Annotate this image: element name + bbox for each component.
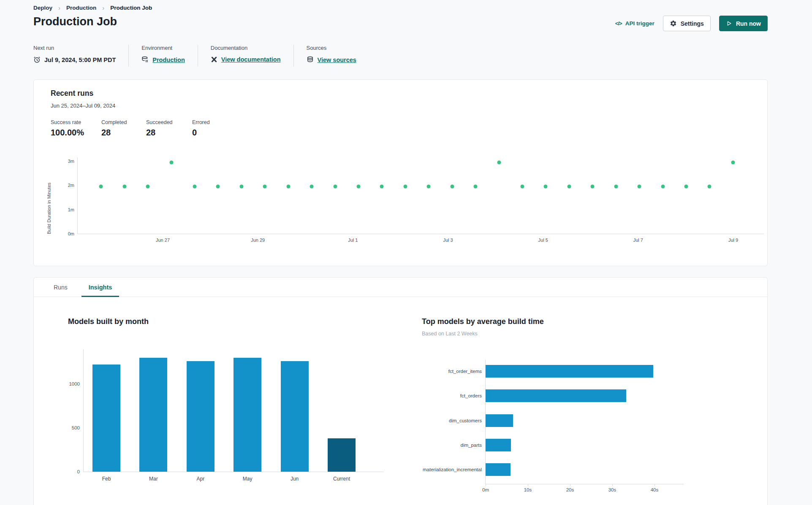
recent-runs-card: Recent runs Jun 25, 2024–Jul 09, 2024 Su… — [33, 79, 768, 266]
run-dot[interactable] — [310, 185, 314, 189]
tab-insights[interactable]: Insights — [78, 278, 123, 297]
run-dot[interactable] — [99, 185, 103, 189]
run-dot[interactable] — [591, 185, 595, 189]
view-documentation-link[interactable]: View documentation — [221, 56, 281, 63]
run-dot[interactable] — [239, 185, 243, 189]
model-bar[interactable] — [486, 463, 511, 476]
month-bar[interactable] — [92, 365, 120, 472]
stat-errored: Errored 0 — [192, 119, 210, 138]
duration-tick-label: 0m — [482, 487, 489, 492]
job-detail-card: Runs Insights Models built by month FebM… — [33, 277, 768, 505]
run-dot[interactable] — [638, 185, 641, 189]
stat-value: 28 — [101, 128, 146, 138]
run-dot[interactable] — [474, 185, 478, 189]
run-dot[interactable] — [333, 185, 337, 189]
run-dot[interactable] — [286, 185, 290, 189]
stat-label: Success rate — [51, 119, 101, 125]
breadcrumb: Deploy › Production › Production Job — [33, 4, 152, 11]
next-run-value: Jul 9, 2024, 5:00 PM PDT — [44, 57, 116, 63]
build-duration-plot: 0m1m2m3mJun 27Jun 29Jul 1Jul 3Jul 5Jul 7… — [77, 157, 764, 234]
view-sources-link[interactable]: View sources — [318, 57, 356, 63]
month-bar-label: Current — [333, 476, 350, 482]
run-dot[interactable] — [450, 185, 454, 189]
run-dot[interactable] — [169, 161, 173, 165]
month-y-tick-label: 500 — [72, 425, 84, 430]
chevron-right-icon: › — [102, 4, 104, 11]
model-bar[interactable] — [486, 439, 511, 451]
run-dot[interactable] — [567, 185, 571, 189]
duration-tick-mark — [486, 484, 486, 486]
month-bar[interactable] — [139, 358, 167, 472]
model-bar-label: fct_orders — [460, 393, 486, 398]
scatter-x-tick-label: Jul 7 — [633, 238, 643, 243]
run-now-button[interactable]: Run now — [719, 16, 768, 31]
month-bar-label: Jun — [291, 476, 299, 482]
run-dot[interactable] — [146, 185, 150, 189]
run-dot[interactable] — [684, 185, 688, 189]
model-bar[interactable] — [486, 389, 626, 402]
run-dot[interactable] — [521, 185, 524, 189]
top-models-subtitle: Based on Last 2 Weeks — [422, 331, 478, 337]
recent-runs-date-range: Jun 25, 2024–Jul 09, 2024 — [51, 103, 115, 109]
duration-tick-mark — [612, 484, 613, 486]
duration-tick-label: 30s — [608, 487, 616, 492]
scatter-x-tick-label: Jul 3 — [443, 238, 453, 243]
run-dot[interactable] — [193, 185, 196, 189]
run-dot[interactable] — [614, 185, 618, 189]
api-trigger-link[interactable]: </> API trigger — [615, 20, 654, 27]
documentation-group: Documentation View documentation — [198, 45, 293, 67]
top-models-title: Top models by average build time — [422, 317, 544, 326]
run-dot[interactable] — [708, 185, 712, 189]
sources-label: Sources — [307, 45, 356, 51]
run-dot[interactable] — [380, 185, 384, 189]
run-dot[interactable] — [122, 185, 126, 189]
breadcrumb-deploy[interactable]: Deploy — [33, 5, 52, 11]
run-dot[interactable] — [544, 185, 548, 189]
duration-tick-label: 10s — [524, 487, 532, 492]
model-bar[interactable] — [486, 365, 653, 378]
month-bar[interactable] — [281, 361, 309, 472]
duration-tick-mark — [570, 484, 570, 486]
production-job-page: Deploy › Production › Production Job Pro… — [0, 0, 812, 505]
environment-label: Environment — [141, 45, 185, 51]
code-icon: </> — [615, 20, 622, 27]
model-bar-label: dim_parts — [461, 443, 486, 448]
scatter-y-tick-label: 1m — [68, 207, 78, 212]
settings-button[interactable]: Settings — [663, 16, 711, 31]
stat-label: Completed — [101, 119, 146, 125]
sources-group: Sources View sources — [293, 45, 369, 67]
documentation-label: Documentation — [211, 45, 281, 51]
duration-tick-label: 20s — [566, 487, 574, 492]
month-bar-label: Feb — [102, 476, 111, 482]
stat-label: Succeeded — [146, 119, 192, 125]
run-dot[interactable] — [731, 161, 735, 165]
scatter-y-tick-label: 0m — [68, 231, 78, 236]
model-bar[interactable] — [486, 414, 513, 427]
stat-value: 100.00% — [51, 128, 101, 138]
month-bar[interactable] — [328, 438, 356, 472]
breadcrumb-production[interactable]: Production — [66, 5, 96, 11]
database-icon — [307, 56, 314, 63]
settings-label: Settings — [681, 20, 704, 27]
month-bar-label: Mar — [149, 476, 158, 482]
run-dot[interactable] — [356, 185, 360, 189]
run-dot[interactable] — [216, 185, 220, 189]
environment-link[interactable]: Production — [152, 57, 185, 63]
month-bar[interactable] — [234, 358, 261, 472]
job-overview-bar: Next run Jul 9, 2024, 5:00 PM PDT Enviro… — [33, 45, 369, 67]
run-stats: Success rate 100.00% Completed 28 Succee… — [51, 119, 210, 138]
run-dot[interactable] — [661, 185, 665, 189]
tab-runs[interactable]: Runs — [43, 278, 78, 297]
month-bar[interactable] — [187, 361, 215, 472]
run-dot[interactable] — [263, 185, 267, 189]
scatter-x-tick-label: Jul 9 — [728, 238, 738, 243]
model-bar-label: fct_order_items — [448, 369, 486, 374]
scatter-y-tick-label: 2m — [68, 183, 78, 188]
stat-success-rate: Success rate 100.00% — [51, 119, 101, 138]
stat-value: 28 — [146, 128, 192, 138]
model-bar-label: dim_customers — [449, 418, 486, 423]
run-dot[interactable] — [427, 185, 431, 189]
run-dot[interactable] — [403, 185, 407, 189]
run-dot[interactable] — [497, 161, 501, 165]
stat-completed: Completed 28 — [101, 119, 146, 138]
